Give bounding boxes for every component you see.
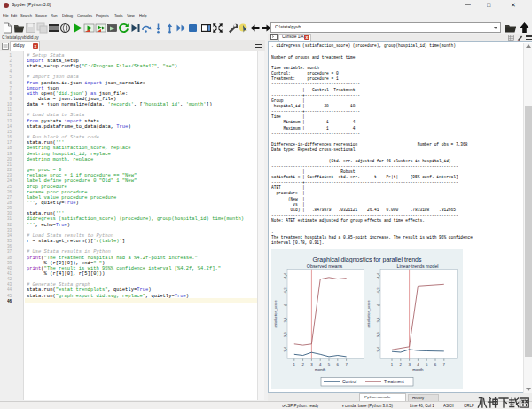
svg-text:4.4: 4.4	[376, 272, 380, 279]
svg-text:3.4: 3.4	[283, 346, 287, 352]
svg-text:4.2: 4.2	[376, 287, 380, 294]
svg-text:3.4: 3.4	[376, 346, 380, 352]
svg-text:3.6: 3.6	[376, 332, 380, 338]
svg-text:Observed means: Observed means	[307, 263, 343, 269]
svg-text:4.4: 4.4	[283, 272, 287, 279]
svg-text:month: month	[315, 367, 326, 372]
svg-text:month: month	[412, 367, 424, 372]
svg-text:3.6: 3.6	[283, 332, 287, 338]
svg-text:Linear-trends model: Linear-trends model	[396, 263, 438, 269]
svg-text:Treatment: Treatment	[384, 379, 404, 384]
svg-text:Graphical diagnostics for para: Graphical diagnostics for parallel trend…	[313, 256, 422, 263]
svg-text:satisfaction_score: satisfaction_score	[273, 300, 278, 327]
svg-text:Control: Control	[342, 379, 356, 384]
svg-text:3.8: 3.8	[376, 317, 380, 323]
svg-text:satisfaction_score: satisfaction_score	[366, 300, 371, 327]
svg-text:3.8: 3.8	[283, 317, 287, 323]
svg-text:4.2: 4.2	[283, 287, 287, 294]
